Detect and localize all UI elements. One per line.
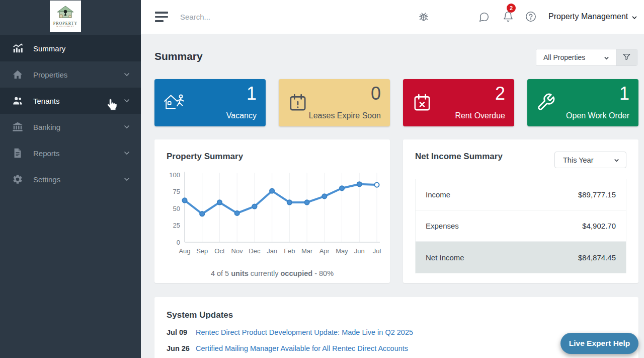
svg-text:Feb: Feb — [284, 247, 295, 255]
property-summary-panel: Property Summary 0255075100AugSepOctNovD… — [154, 139, 390, 283]
house-logo-icon — [57, 6, 74, 21]
bug-icon[interactable] — [418, 11, 429, 22]
chat-icon[interactable] — [478, 12, 490, 23]
panel-title: System Updates — [167, 310, 626, 320]
stat-label: Rent Overdue — [455, 111, 505, 120]
property-filter-value: All Properties — [543, 53, 585, 61]
period-value: This Year — [563, 156, 593, 164]
chevron-down-icon — [123, 149, 131, 157]
gear-icon — [12, 174, 23, 185]
update-link[interactable]: Rentec Direct Product Development Update… — [196, 328, 413, 336]
occupancy-caption: 4 of 5 units currently occupied - 80% — [154, 269, 390, 277]
stat-label: Open Work Order — [566, 111, 629, 120]
svg-text:Jul: Jul — [373, 247, 381, 255]
svg-text:Dec: Dec — [249, 247, 261, 255]
chevron-down-icon — [613, 157, 620, 163]
property-filter: All Properties — [536, 49, 637, 66]
home-icon — [12, 69, 23, 80]
sidebar-item-label: Summary — [33, 44, 65, 53]
stat-label: Leases Expire Soon — [309, 111, 381, 120]
stat-card-leases-expire[interactable]: 0 Leases Expire Soon — [279, 79, 390, 126]
sidebar-item-label: Banking — [33, 123, 60, 131]
svg-text:0: 0 — [177, 239, 180, 246]
chevron-down-icon — [123, 123, 131, 131]
svg-text:Jan: Jan — [267, 247, 277, 255]
system-update-entry: Jul 09 Rentec Direct Product Development… — [167, 328, 626, 336]
update-link[interactable]: Certified Mailing Manager Available for … — [196, 344, 408, 352]
svg-text:Aug: Aug — [179, 247, 190, 255]
svg-text:Sep: Sep — [196, 247, 208, 255]
help-icon[interactable] — [525, 11, 536, 22]
chart-icon — [12, 43, 23, 54]
period-select[interactable]: This Year — [554, 152, 626, 168]
svg-text:Oct: Oct — [214, 247, 225, 255]
stat-card-rent-overdue[interactable]: 2 Rent Overdue — [403, 79, 514, 126]
sidebar-item-label: Settings — [33, 175, 60, 184]
svg-text:May: May — [336, 247, 348, 255]
svg-text:Mar: Mar — [301, 247, 313, 255]
sidebar-item-reports[interactable]: Reports — [0, 140, 141, 166]
net-income-row-total: Net Income $84,874.45 — [416, 242, 626, 273]
stat-value: 0 — [371, 83, 381, 104]
occupancy-chart: 0255075100AugSepOctNovDecJanFebMarAprMay… — [162, 168, 383, 266]
chevron-down-icon — [631, 14, 638, 21]
net-income-panel: Net Income Summary This Year Income $89,… — [403, 139, 638, 283]
chevron-down-icon — [123, 175, 131, 183]
page-title: Summary — [154, 50, 203, 62]
sidebar-item-properties[interactable]: Properties — [0, 61, 141, 88]
app-logo[interactable]: PROPERTY MANAGEMENT — [50, 1, 81, 32]
stat-value: 1 — [619, 83, 629, 104]
sidebar-item-settings[interactable]: Settings — [0, 166, 141, 192]
account-menu[interactable]: Property Management — [548, 12, 638, 21]
search-input[interactable] — [180, 9, 331, 24]
stat-value: 2 — [495, 83, 505, 104]
logo-text-line1: PROPERTY — [53, 21, 77, 26]
people-icon — [12, 95, 23, 106]
stat-card-vacancy[interactable]: 1 Vacancy — [154, 79, 266, 126]
svg-text:25: 25 — [173, 222, 180, 229]
vacancy-house-icon — [164, 93, 187, 113]
update-date: Jul 09 — [167, 328, 196, 336]
filter-button[interactable] — [616, 49, 637, 65]
topbar: 2 Property Management — [141, 0, 644, 34]
property-filter-select[interactable]: All Properties — [536, 49, 616, 65]
wrench-icon — [536, 93, 559, 113]
net-income-row: Income $89,777.15 — [416, 179, 626, 210]
sidebar-nav: Summary Properties — [0, 35, 141, 192]
panel-title: Property Summary — [167, 152, 378, 162]
calendar-exclaim-icon — [288, 93, 311, 113]
svg-text:50: 50 — [173, 205, 180, 212]
svg-text:100: 100 — [169, 171, 180, 179]
sidebar-item-tenants[interactable]: Tenants — [0, 88, 141, 114]
account-label: Property Management — [548, 12, 628, 21]
net-income-row: Expenses $4,902.70 — [416, 210, 626, 242]
calendar-x-icon — [412, 93, 435, 113]
funnel-icon — [622, 52, 631, 62]
system-update-entry: Jun 26 Certified Mailing Manager Availab… — [167, 344, 626, 352]
app-root: PROPERTY MANAGEMENT Summary — [0, 0, 644, 358]
sidebar-item-label: Tenants — [33, 97, 60, 105]
sidebar-item-label: Reports — [33, 149, 60, 158]
sidebar-item-banking[interactable]: Banking — [0, 114, 141, 140]
menu-toggle-icon[interactable] — [155, 12, 169, 22]
sidebar-item-summary[interactable]: Summary — [0, 35, 141, 61]
stat-value: 1 — [247, 83, 257, 104]
svg-text:Jun: Jun — [354, 247, 365, 255]
stat-card-open-work-order[interactable]: 1 Open Work Order — [527, 79, 638, 126]
notification-badge[interactable]: 2 — [507, 4, 516, 13]
bank-icon — [12, 121, 23, 132]
sidebar: PROPERTY MANAGEMENT Summary — [0, 0, 141, 358]
chevron-down-icon — [123, 97, 131, 105]
net-income-list: Income $89,777.15 Expenses $4,902.70 Net… — [415, 179, 626, 273]
svg-text:Apr: Apr — [319, 247, 330, 255]
svg-text:Nov: Nov — [231, 247, 244, 255]
update-date: Jun 26 — [167, 344, 196, 352]
sidebar-item-label: Properties — [33, 70, 67, 79]
stat-label: Vacancy — [226, 111, 257, 120]
bell-icon[interactable] — [503, 11, 514, 22]
svg-text:75: 75 — [173, 188, 180, 195]
document-icon — [12, 148, 23, 159]
logo-text-line2: MANAGEMENT — [56, 26, 74, 28]
live-expert-help-button[interactable]: Live Expert Help — [560, 333, 638, 354]
chevron-down-icon — [123, 70, 131, 79]
